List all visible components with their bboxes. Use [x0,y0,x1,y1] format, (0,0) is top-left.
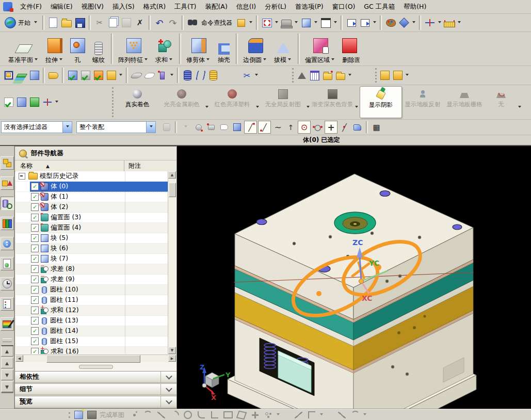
extrude-dropdown-icon[interactable] [59,58,62,62]
dock-top-button[interactable]: ▲ [1,345,13,357]
snap-intersection-button[interactable]: + [325,121,337,134]
apply-check-button[interactable] [2,95,15,109]
checkbox-icon[interactable]: ✓ [31,255,39,263]
menu-information[interactable]: 信息(I) [232,1,260,13]
thread-button[interactable]: 螺纹 [88,33,109,66]
orient-view-button[interactable] [300,17,312,29]
annotation-edit-button[interactable] [105,69,118,82]
edge-blend-button[interactable]: 边倒圆 [240,33,271,66]
point-tag-button[interactable] [205,121,217,133]
menu-view[interactable]: 视图(V) [77,1,108,13]
plastic-dropdown-icon[interactable] [256,106,259,109]
checkbox-icon[interactable]: ✓ [31,234,39,242]
menu-edit[interactable]: 编辑(E) [46,1,77,13]
menu-preferences[interactable]: 首选项(P) [291,1,328,13]
tree-row-body-2[interactable]: ✓ 体 (2) [15,202,176,213]
resource-bar-grip[interactable] [3,338,12,342]
checkbox-icon[interactable]: ✓ [31,224,39,232]
shaded-view-button[interactable] [280,17,293,29]
hole-button[interactable]: 孔 [67,33,88,66]
dock-bottom-button[interactable]: ▼ [1,381,13,393]
cutter-dropdown-icon[interactable] [255,74,258,77]
tree-row-unite-16[interactable]: ✓ 求和 (16) [15,347,176,354]
scope-combo-arrow[interactable] [146,122,155,133]
tree-row-cylinder-14[interactable]: ✓ 圆柱 (14) [15,326,176,336]
snap-quadrant-button[interactable]: ○ [312,121,324,133]
snap-face-button[interactable] [351,121,363,133]
show-hide-dropdown-icon[interactable] [412,21,415,25]
checkbox-icon[interactable]: ✓ [31,245,39,252]
blend-dropdown-icon[interactable] [263,58,266,62]
tree-vertical-scrollbar[interactable]: ▲ ▼ [168,171,176,354]
handle-drag-button[interactable] [156,69,169,82]
panel-splitter[interactable] [15,363,176,371]
menu-insert[interactable]: 插入(S) [108,1,139,13]
draft-dropdown-icon[interactable] [288,58,291,62]
spreadsheet-button[interactable] [308,69,321,82]
menu-analysis[interactable]: 分析(L) [261,1,291,13]
offset-region-button[interactable]: 偏置区域 [302,33,339,66]
checkbox-icon[interactable]: ✓ [31,317,39,325]
export-window-button[interactable] [345,17,358,29]
checkbox-icon[interactable]: ✓ [31,276,39,283]
orient-dropdown-icon[interactable] [314,21,317,25]
menu-window[interactable]: 窗口(O) [328,1,360,13]
scroll-left-arrow[interactable]: ◀ [15,355,23,362]
checkbox-icon[interactable]: ✓ [31,265,39,273]
delete-button[interactable]: ✗ [134,17,146,29]
csys-button[interactable] [41,95,54,109]
menu-help[interactable]: 帮助(H) [399,1,430,13]
show-shadow-button[interactable]: 显示阴影 [360,86,402,118]
shaded-dropdown-icon[interactable] [295,21,298,25]
command-finder-button[interactable] [186,17,199,29]
snap-center-button[interactable]: ⊙ [298,121,311,134]
details-panel[interactable]: 细节 [15,383,176,395]
edit-object-display-button[interactable] [384,17,397,29]
copy-button[interactable] [107,17,119,29]
measure-distance-button[interactable] [443,17,456,29]
part-navigator-button[interactable] [1,197,14,210]
materials-button[interactable] [1,297,14,311]
select-rect-button[interactable] [2,69,15,82]
details-expand-button[interactable] [160,384,176,395]
snap-midpoint-button[interactable]: ╱ [339,121,350,133]
fit-dropdown-icon[interactable] [275,21,278,25]
shell-button[interactable]: 抽壳 [214,33,234,66]
column-note[interactable]: 附注 [124,161,176,170]
tree-row-cylinder-10[interactable]: ✓ 圆柱 (10) [15,285,176,295]
metal-dropdown-icon[interactable] [205,106,208,109]
scroll-up-arrow[interactable]: ▲ [168,171,176,179]
checkbox-icon[interactable]: ✓ [31,306,39,314]
tree-row-unite-12[interactable]: ✓ 求和 (12) [15,305,176,316]
menu-assemblies[interactable]: 装配(A) [201,1,231,13]
tree-row-offset-4[interactable]: ✓ 偏置面 (4) [15,223,176,233]
undo-button[interactable]: ↶ [153,17,166,29]
hscrollbar-thumb[interactable] [46,355,140,363]
new-file-button[interactable] [47,17,59,29]
history-button[interactable] [1,277,14,290]
scroll-down-button[interactable]: ▼ [1,369,13,380]
lock-dropdown-icon[interactable] [406,74,409,77]
draft-button[interactable]: 拔模 [271,33,296,66]
layer-list-button[interactable] [28,69,41,82]
datum-dropdown-icon[interactable] [35,58,38,62]
menu-format[interactable]: 格式(R) [139,1,170,13]
tree-row-body-0[interactable]: ✓ 体 (0) [15,182,176,192]
checkbox-icon[interactable]: ✓ [31,348,39,354]
constraint-navigator-button[interactable] [1,176,14,190]
window-dropdown-icon[interactable] [334,21,337,25]
checkbox-icon[interactable]: ✓ [31,337,39,345]
accept-dropdown-icon[interactable] [119,74,122,77]
section-face-button[interactable] [143,69,156,82]
snap-endpoint2-button[interactable]: ╱ [258,121,271,134]
dependencies-panel[interactable]: 相依性 [15,371,176,383]
trim-body-button[interactable]: 修剪体 [183,33,214,66]
reflection-dropdown-icon[interactable] [307,106,310,109]
section-curve-button[interactable] [130,69,143,82]
tree-row-block-5[interactable]: ✓ 块 (5) [15,233,176,244]
lock-box-button[interactable] [378,69,391,82]
roles-button[interactable] [1,317,14,331]
scroll-up-button[interactable]: ▲ [1,358,13,368]
lock-box-2-button[interactable] [391,69,404,82]
checkbox-icon[interactable]: ✓ [31,183,39,190]
